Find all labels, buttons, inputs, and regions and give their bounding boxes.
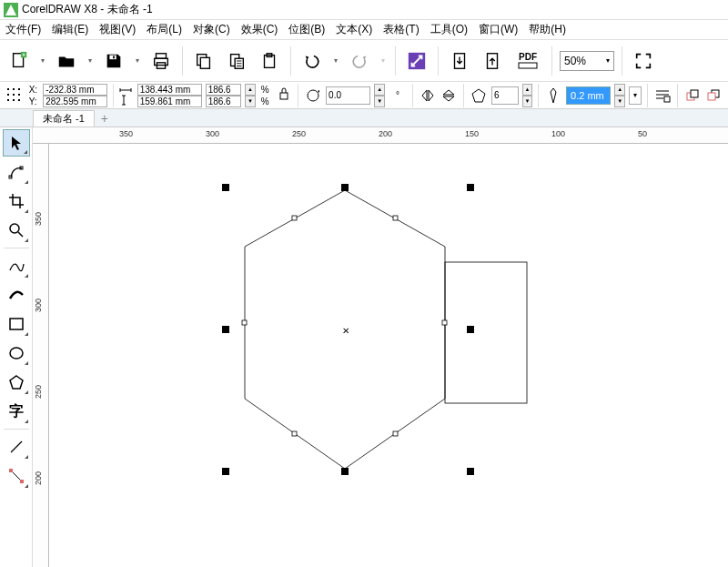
mirror-v-button[interactable]: [440, 85, 459, 106]
paste-button[interactable]: [223, 47, 250, 75]
connector-tool[interactable]: [3, 462, 30, 490]
undo-dropdown[interactable]: ▾: [331, 56, 340, 65]
selection-handle-n[interactable]: [341, 184, 349, 191]
svg-marker-39: [10, 376, 23, 389]
svg-rect-21: [13, 94, 15, 96]
document-tabs: 未命名 -1 +: [0, 109, 728, 127]
document-tab[interactable]: 未命名 -1: [33, 110, 95, 127]
canvas-area: 350 300 250 200 150 100 50 350 300 250 2…: [33, 127, 728, 567]
separator: [551, 46, 552, 76]
svg-marker-28: [472, 89, 485, 102]
selection-center[interactable]: ✕: [342, 326, 349, 336]
menu-edit[interactable]: 编辑(E): [52, 22, 88, 37]
import-button[interactable]: [446, 47, 473, 75]
selection-handle-sw[interactable]: [222, 468, 229, 475]
polygon-sides-field[interactable]: [491, 86, 519, 105]
svg-rect-29: [664, 96, 670, 102]
to-front-button[interactable]: [683, 85, 702, 106]
menu-table[interactable]: 表格(T): [383, 22, 419, 37]
scale-spinner[interactable]: ▲▼: [245, 84, 256, 107]
to-back-button[interactable]: [704, 85, 723, 106]
outline-width-field[interactable]: 0.2 mm: [566, 86, 611, 105]
outline-spinner[interactable]: ▲▼: [614, 84, 625, 107]
rectangle-tool[interactable]: [3, 310, 30, 338]
horizontal-ruler[interactable]: 350 300 250 200 150 100 50: [33, 127, 728, 144]
new-tab-button[interactable]: +: [96, 110, 113, 127]
export-button[interactable]: [479, 47, 506, 75]
canvas[interactable]: ✕: [49, 144, 728, 567]
size-icon: [119, 84, 134, 107]
wrap-text-button[interactable]: [653, 85, 672, 106]
window-title: CorelDRAW X8 - 未命名 -1: [22, 2, 153, 17]
fullscreen-button[interactable]: [630, 47, 657, 75]
text-tool[interactable]: 字: [3, 398, 30, 425]
svg-rect-46: [292, 431, 297, 436]
redo-button[interactable]: [346, 47, 373, 75]
selection-handle-w[interactable]: [222, 326, 229, 333]
menu-layout[interactable]: 布局(L): [147, 22, 182, 37]
redo-dropdown[interactable]: ▾: [379, 56, 388, 65]
copy-button[interactable]: [190, 47, 217, 75]
selection-handle-nw[interactable]: [222, 184, 229, 191]
menu-help[interactable]: 帮助(H): [529, 22, 566, 37]
y-position-field[interactable]: [43, 96, 107, 107]
svg-rect-26: [280, 93, 288, 99]
selection-handle-ne[interactable]: [467, 184, 474, 191]
save-dropdown[interactable]: ▾: [133, 56, 142, 65]
open-button[interactable]: [53, 47, 80, 75]
menu-view[interactable]: 视图(V): [99, 22, 136, 37]
svg-rect-40: [9, 469, 13, 472]
line-tool[interactable]: [3, 433, 30, 461]
clipboard-button[interactable]: [256, 47, 283, 75]
ellipse-tool[interactable]: [3, 339, 30, 367]
rotation-spinner[interactable]: ▲▼: [374, 84, 385, 107]
new-dropdown[interactable]: ▾: [38, 56, 47, 65]
selection-handle-s[interactable]: [341, 468, 349, 475]
menu-effects[interactable]: 效果(C): [241, 22, 278, 37]
svg-rect-42: [292, 216, 297, 220]
undo-button[interactable]: [298, 47, 326, 75]
pick-tool[interactable]: [3, 129, 30, 157]
degree-icon: °: [389, 85, 407, 106]
search-content-button[interactable]: [403, 47, 430, 75]
artistic-media-tool[interactable]: [3, 281, 30, 309]
svg-rect-19: [18, 88, 20, 90]
selection-handle-e[interactable]: [467, 326, 474, 333]
height-field[interactable]: [137, 96, 202, 107]
menu-window[interactable]: 窗口(W): [479, 22, 518, 37]
lock-ratio-button[interactable]: [275, 85, 293, 106]
save-button[interactable]: [100, 47, 127, 75]
menu-bitmap[interactable]: 位图(B): [288, 22, 325, 37]
menu-tools[interactable]: 工具(O): [430, 22, 468, 37]
rotation-field[interactable]: [326, 86, 370, 105]
menu-object[interactable]: 对象(C): [193, 22, 230, 37]
print-button[interactable]: [147, 47, 175, 75]
svg-rect-25: [18, 99, 20, 101]
zoom-level-field[interactable]: 50% ▾: [560, 51, 614, 71]
publish-pdf-button[interactable]: PDF: [511, 47, 544, 75]
crop-tool[interactable]: [3, 187, 30, 215]
shape-tool[interactable]: [3, 158, 30, 186]
sides-spinner[interactable]: ▲▼: [522, 84, 533, 107]
zoom-tool[interactable]: [3, 217, 30, 244]
svg-rect-37: [10, 319, 23, 329]
menu-file[interactable]: 文件(F): [5, 22, 41, 37]
polygon-tool[interactable]: [3, 369, 30, 396]
svg-point-27: [308, 90, 318, 101]
selection-handle-se[interactable]: [467, 468, 474, 475]
x-position-field[interactable]: [43, 84, 107, 96]
svg-rect-45: [393, 431, 398, 436]
width-field[interactable]: [137, 84, 202, 96]
outline-dropdown[interactable]: ▾: [629, 86, 642, 105]
scale-x-field[interactable]: [206, 84, 241, 96]
separator: [395, 46, 396, 76]
vertical-ruler[interactable]: 350 300 250 200: [33, 144, 49, 567]
svg-rect-43: [393, 216, 398, 220]
freehand-tool[interactable]: [3, 252, 30, 279]
open-dropdown[interactable]: ▾: [86, 56, 95, 65]
new-button[interactable]: [5, 47, 33, 75]
scale-y-field[interactable]: [206, 96, 241, 107]
menu-text[interactable]: 文本(X): [336, 22, 372, 37]
mirror-h-button[interactable]: [419, 85, 437, 106]
main-toolbar: ▾ ▾ ▾ ▾ ▾ PDF 50% ▾: [0, 40, 728, 82]
